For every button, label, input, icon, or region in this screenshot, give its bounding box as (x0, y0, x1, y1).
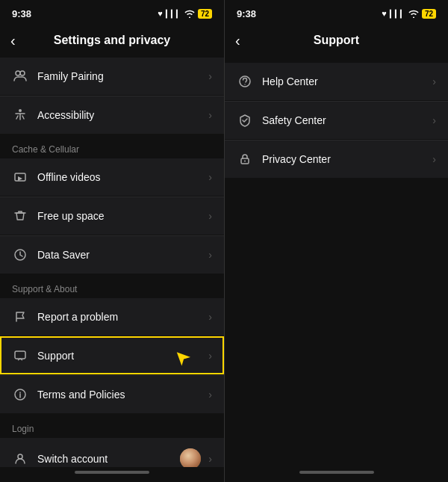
report-problem-label: Report a problem (37, 311, 208, 323)
svg-point-7 (18, 454, 22, 459)
wifi-icon-right (408, 10, 419, 18)
menu-item-switch-account[interactable]: Switch account › (0, 438, 224, 467)
menu-item-terms[interactable]: Terms and Policies › (0, 375, 224, 413)
signal-icon: ▎▎▎ (166, 10, 181, 18)
data-saver-label: Data Saver (37, 249, 208, 261)
svg-point-9 (244, 84, 245, 84)
avatar-image (180, 448, 201, 467)
chevron-free-space: › (208, 210, 212, 222)
menu-item-data-saver[interactable]: Data Saver › (0, 235, 224, 274)
support-panel: 9:38 ♥ ▎▎▎ 72 ‹ Support (224, 0, 448, 482)
family-icon (12, 68, 28, 84)
menu-item-offline-videos[interactable]: Offline videos › (0, 158, 224, 196)
support-icon (12, 347, 28, 364)
group-login: Switch account › Log out (0, 438, 224, 467)
group-support: Report a problem › Support › ➤ (0, 298, 224, 413)
wifi-icon (184, 10, 195, 18)
signal-icon-right: ▎▎▎ (390, 10, 405, 18)
home-indicator-left (0, 467, 224, 482)
terms-label: Terms and Policies (37, 389, 208, 401)
trash-icon (12, 208, 28, 224)
menu-item-help-center[interactable]: Help Center › (225, 63, 448, 100)
back-button-right[interactable]: ‹ (235, 32, 240, 49)
offline-icon (12, 169, 28, 185)
support-label: Support (37, 350, 208, 362)
status-time-left: 9:38 (12, 8, 31, 19)
cache-section-label: Cache & Cellular (0, 137, 224, 158)
status-bar-right: 9:38 ♥ ▎▎▎ 72 (225, 0, 448, 24)
switch-account-label: Switch account (37, 453, 180, 465)
group-support-items: Help Center › Safety Center › (225, 63, 448, 178)
chevron-terms: › (208, 389, 212, 401)
home-indicator-right (225, 467, 448, 482)
page-title-right: Support (314, 34, 359, 47)
chevron-switch: › (208, 453, 212, 465)
chevron-data-saver: › (208, 249, 212, 261)
support-content: Help Center › Safety Center › (225, 57, 448, 467)
status-time-right: 9:38 (237, 8, 256, 19)
help-icon (237, 73, 253, 90)
status-bar-left: 9:38 ♥ ▎▎▎ 72 (0, 0, 224, 24)
chevron-support: › (208, 350, 212, 362)
top-nav-left: ‹ Settings and privacy (0, 24, 224, 57)
menu-item-report-problem[interactable]: Report a problem › (0, 298, 224, 336)
offline-videos-label: Offline videos (37, 171, 208, 183)
chevron-accessibility: › (208, 109, 212, 121)
heart-icon: ♥ (158, 9, 163, 18)
svg-point-2 (19, 109, 22, 112)
switch-icon (12, 451, 28, 467)
menu-item-accessibility[interactable]: Accessibility › (0, 96, 224, 134)
page-title-left: Settings and privacy (54, 34, 171, 47)
help-center-label: Help Center (262, 75, 432, 87)
home-bar-right (299, 471, 374, 474)
support-section-label: Support & About (0, 276, 224, 297)
svg-point-11 (244, 161, 246, 162)
settings-panel: 9:38 ♥ ▎▎▎ 72 ‹ Settings and privacy (0, 0, 224, 482)
battery-icon-right: 72 (422, 9, 436, 19)
menu-item-free-space[interactable]: Free up space › (0, 197, 224, 235)
menu-item-family-pairing[interactable]: Family Pairing › (0, 58, 224, 95)
heart-icon-right: ♥ (382, 9, 387, 18)
home-bar-left (75, 471, 149, 474)
login-section-label: Login (0, 416, 224, 437)
datasaver-icon (12, 247, 28, 263)
accessibility-label: Accessibility (37, 109, 208, 121)
family-pairing-label: Family Pairing (37, 70, 208, 82)
avatar (180, 448, 201, 467)
menu-item-safety-center[interactable]: Safety Center › (225, 101, 448, 139)
privacy-icon (237, 151, 253, 167)
accessibility-icon (12, 107, 28, 123)
svg-point-0 (16, 71, 20, 75)
settings-content: Family Pairing › Accessibility › Cache &… (0, 57, 224, 467)
chevron-offline: › (208, 171, 212, 183)
top-nav-right: ‹ Support (225, 24, 448, 57)
group-general: Family Pairing › Accessibility › (0, 58, 224, 134)
back-button-left[interactable]: ‹ (10, 32, 16, 49)
svg-rect-5 (15, 351, 25, 359)
safety-center-label: Safety Center (262, 114, 432, 126)
menu-item-privacy-center[interactable]: Privacy Center › (225, 140, 448, 178)
battery-icon-left: 72 (198, 9, 212, 19)
info-icon (12, 386, 28, 403)
flag-icon (12, 309, 28, 325)
status-icons-right: ♥ ▎▎▎ 72 (382, 9, 436, 19)
svg-point-1 (20, 71, 25, 75)
group-cache: Offline videos › Free up space › (0, 158, 224, 274)
status-icons-left: ♥ ▎▎▎ 72 (158, 9, 212, 19)
privacy-center-label: Privacy Center (262, 153, 432, 165)
safety-icon (237, 112, 253, 129)
chevron-family: › (208, 70, 212, 82)
menu-item-support[interactable]: Support › ➤ (0, 336, 224, 374)
chevron-report: › (208, 311, 212, 323)
free-space-label: Free up space (37, 210, 208, 222)
chevron-help: › (432, 75, 436, 87)
chevron-privacy: › (432, 153, 436, 165)
chevron-safety: › (432, 114, 436, 126)
